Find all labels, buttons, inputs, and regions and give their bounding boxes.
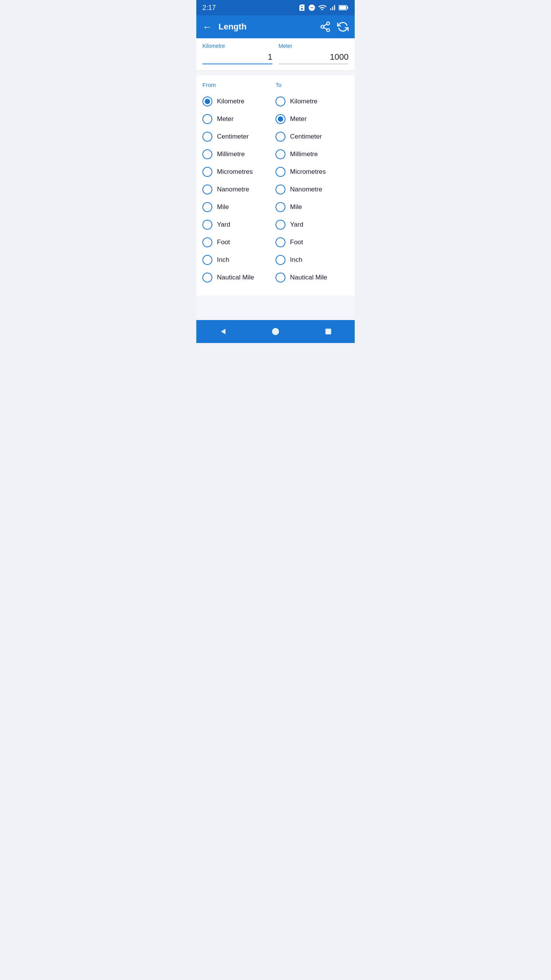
to-meter-label: Meter	[290, 115, 306, 123]
bottom-nav	[196, 320, 355, 343]
share-button[interactable]	[320, 21, 331, 33]
from-centimeter-radio[interactable]	[202, 132, 212, 142]
status-icons	[298, 3, 349, 12]
to-centimeter-label: Centimeter	[290, 133, 322, 140]
status-time: 2:17	[202, 4, 216, 12]
from-column: From Kilometre Meter Centimeter Millimet…	[202, 82, 276, 286]
from-kilometre-label: Kilometre	[217, 98, 245, 105]
from-yard-radio[interactable]	[202, 220, 212, 230]
from-millimetre[interactable]: Millimetre	[202, 145, 276, 163]
to-millimetre-label: Millimetre	[290, 150, 318, 158]
nav-recents-button[interactable]	[319, 322, 338, 341]
to-micrometres[interactable]: Micrometres	[276, 163, 349, 181]
to-input-label: Meter	[279, 43, 349, 49]
to-kilometre-label: Kilometre	[290, 98, 318, 105]
battery-icon	[339, 5, 349, 11]
svg-marker-8	[221, 329, 225, 335]
from-foot-label: Foot	[217, 238, 230, 246]
to-centimeter-radio[interactable]	[276, 132, 285, 142]
to-inch-radio[interactable]	[276, 255, 285, 265]
to-meter-radio[interactable]	[276, 114, 285, 124]
from-foot[interactable]: Foot	[202, 234, 276, 251]
to-nanometre-radio[interactable]	[276, 185, 285, 194]
to-yard-label: Yard	[290, 221, 303, 229]
to-nanometre[interactable]: Nanometre	[276, 181, 349, 198]
to-millimetre-radio[interactable]	[276, 149, 285, 159]
from-micrometres-label: Micrometres	[217, 168, 253, 176]
wifi-icon	[318, 3, 326, 12]
from-nanometre-radio[interactable]	[202, 185, 212, 194]
signal-icon	[329, 4, 336, 11]
svg-rect-10	[326, 329, 331, 335]
from-millimetre-radio[interactable]	[202, 149, 212, 159]
from-nautical-mile[interactable]: Nautical Mile	[202, 269, 276, 286]
svg-rect-2	[339, 6, 346, 10]
from-nautical-mile-label: Nautical Mile	[217, 274, 254, 281]
from-nanometre[interactable]: Nanometre	[202, 181, 276, 198]
app-title: Length	[218, 22, 246, 32]
to-millimetre[interactable]: Millimetre	[276, 145, 349, 163]
to-centimeter[interactable]: Centimeter	[276, 128, 349, 145]
to-nautical-mile-label: Nautical Mile	[290, 274, 327, 281]
from-inch-label: Inch	[217, 256, 229, 264]
to-yard-radio[interactable]	[276, 220, 285, 230]
svg-line-6	[324, 28, 327, 29]
to-input-group: Meter	[279, 43, 349, 64]
input-row: Kilometre Meter	[196, 38, 355, 71]
from-meter-radio[interactable]	[202, 114, 212, 124]
to-yard[interactable]: Yard	[276, 216, 349, 234]
to-input[interactable]	[279, 51, 349, 64]
to-foot-radio[interactable]	[276, 237, 285, 247]
from-centimeter-label: Centimeter	[217, 133, 249, 140]
to-nanometre-label: Nanometre	[290, 186, 322, 193]
to-inch[interactable]: Inch	[276, 251, 349, 269]
to-mile-label: Mile	[290, 203, 302, 211]
from-col-label: From	[202, 82, 276, 88]
back-button[interactable]: ←	[202, 21, 212, 33]
from-inch-radio[interactable]	[202, 255, 212, 265]
from-foot-radio[interactable]	[202, 237, 212, 247]
from-mile-label: Mile	[217, 203, 229, 211]
nav-back-button[interactable]	[213, 322, 232, 341]
to-mile-radio[interactable]	[276, 202, 285, 212]
nav-home-button[interactable]	[266, 322, 285, 341]
from-micrometres-radio[interactable]	[202, 167, 212, 177]
from-micrometres[interactable]: Micrometres	[202, 163, 276, 181]
to-meter[interactable]: Meter	[276, 110, 349, 128]
from-mile-radio[interactable]	[202, 202, 212, 212]
to-micrometres-label: Micrometres	[290, 168, 326, 176]
from-nanometre-label: Nanometre	[217, 186, 249, 193]
from-meter[interactable]: Meter	[202, 110, 276, 128]
from-nautical-mile-radio[interactable]	[202, 273, 212, 283]
to-kilometre[interactable]: Kilometre	[276, 93, 349, 110]
svg-line-7	[324, 24, 327, 26]
from-inch[interactable]: Inch	[202, 251, 276, 269]
to-column: To Kilometre Meter Centimeter Millimetre	[276, 82, 349, 286]
app-bar: ← Length	[196, 15, 355, 38]
sim-card-icon	[298, 4, 306, 11]
main-content: Kilometre Meter From Kilometre Meter	[196, 38, 355, 320]
from-input[interactable]	[202, 51, 272, 64]
status-bar: 2:17	[196, 0, 355, 15]
to-nautical-mile[interactable]: Nautical Mile	[276, 269, 349, 286]
from-yard-label: Yard	[217, 221, 230, 229]
radio-section: From Kilometre Meter Centimeter Millimet…	[196, 75, 355, 296]
from-millimetre-label: Millimetre	[217, 150, 245, 158]
from-yard[interactable]: Yard	[202, 216, 276, 234]
svg-point-9	[272, 328, 279, 335]
refresh-button[interactable]	[337, 21, 349, 33]
from-input-label: Kilometre	[202, 43, 272, 49]
from-centimeter[interactable]: Centimeter	[202, 128, 276, 145]
to-foot-label: Foot	[290, 238, 303, 246]
do-not-disturb-icon	[308, 4, 316, 11]
to-micrometres-radio[interactable]	[276, 167, 285, 177]
to-nautical-mile-radio[interactable]	[276, 273, 285, 283]
from-mile[interactable]: Mile	[202, 198, 276, 216]
from-kilometre-radio[interactable]	[202, 96, 212, 106]
to-foot[interactable]: Foot	[276, 234, 349, 251]
from-kilometre[interactable]: Kilometre	[202, 93, 276, 110]
from-meter-label: Meter	[217, 115, 233, 123]
to-mile[interactable]: Mile	[276, 198, 349, 216]
from-input-group: Kilometre	[202, 43, 272, 64]
to-kilometre-radio[interactable]	[276, 96, 285, 106]
